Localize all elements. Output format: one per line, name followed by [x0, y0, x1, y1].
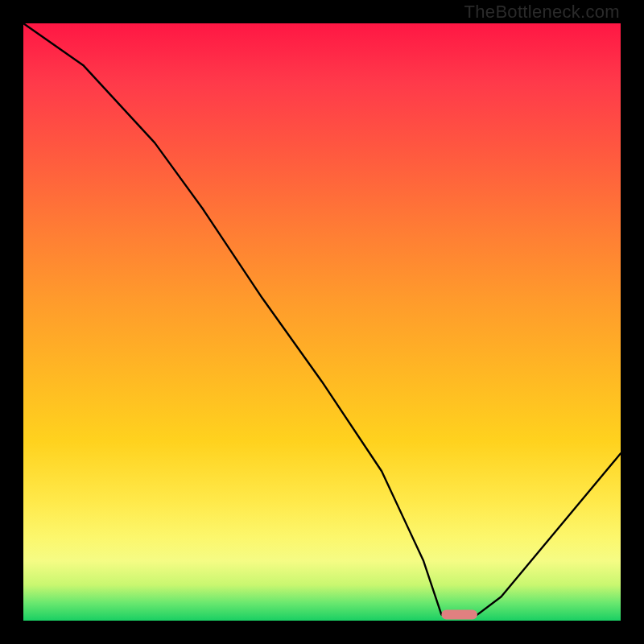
chart-frame: TheBottleneck.com: [0, 0, 644, 644]
plot-area: [23, 23, 621, 621]
bottleneck-curve: [23, 23, 621, 615]
optimum-marker: [441, 610, 477, 620]
watermark-text: TheBottleneck.com: [464, 2, 620, 23]
curve-layer: [23, 23, 621, 621]
